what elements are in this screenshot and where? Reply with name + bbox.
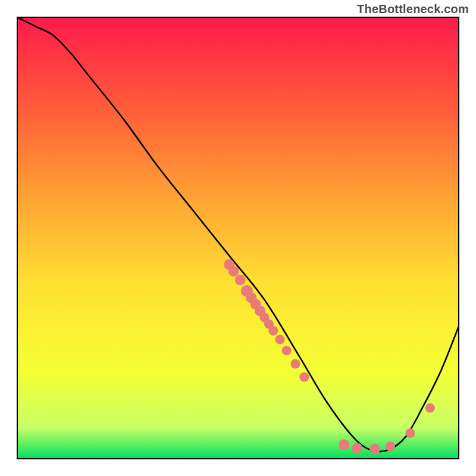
baseline-marker <box>339 439 349 450</box>
chart-stage: TheBottleneck.com <box>0 0 476 476</box>
baseline-marker <box>425 403 435 413</box>
baseline-marker <box>405 428 415 438</box>
baseline-marker <box>369 444 380 455</box>
curve-marker <box>235 274 246 285</box>
gradient-background <box>17 17 459 459</box>
curve-marker <box>290 359 300 368</box>
curve-marker <box>282 346 292 355</box>
watermark-label: TheBottleneck.com <box>357 2 469 16</box>
curve-marker <box>228 266 239 277</box>
baseline-marker <box>352 443 362 453</box>
curve-marker <box>275 335 284 345</box>
baseline-marker <box>386 441 395 451</box>
curve-marker <box>268 326 278 336</box>
bottleneck-chart <box>0 0 476 476</box>
curve-marker <box>299 372 309 382</box>
